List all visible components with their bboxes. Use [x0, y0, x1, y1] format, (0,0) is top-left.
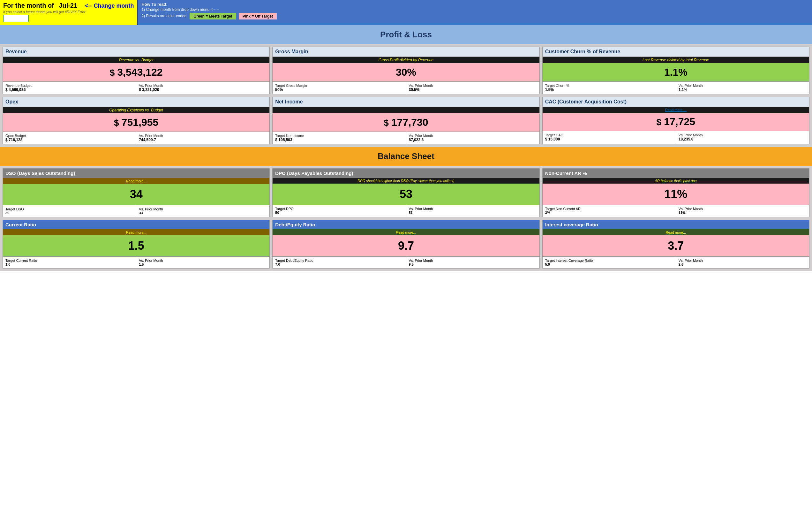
interest-coverage-target-cell: Target Interest Coverage Ratio 5.0 — [543, 257, 676, 268]
customer-churn-title: Customer Churn % of Revenue — [543, 47, 809, 57]
dpo-vs-prior-label: Vs. Prior Month — [409, 207, 537, 211]
non-current-ar-target-cell: Target Non Current AR 3% — [543, 205, 676, 217]
profit-loss-grid: Revenue Revenue vs. Budget $ 3,543,122 R… — [0, 44, 812, 147]
gross-margin-vs-prior-cell: Vs. Prior Month 30.5% — [406, 82, 540, 94]
revenue-subtitle: Revenue vs. Budget — [3, 57, 269, 63]
net-income-value: $ 177,730 — [272, 113, 539, 131]
churn-target-label: Target Churn % — [545, 83, 673, 88]
revenue-budget-label: Revenue Budget — [5, 83, 133, 88]
interest-coverage-read-more-link[interactable]: Read more... — [666, 230, 686, 234]
current-ratio-vs-prior-label: Vs. Prior Month — [139, 259, 267, 263]
debt-equity-target-label: Target Debt/Equity Ratio — [275, 259, 403, 263]
gross-margin-title: Gross Margin — [272, 47, 539, 57]
cac-title: CAC (Customer Acquisition Cost) — [543, 97, 809, 107]
interest-coverage-value: 3.7 — [543, 235, 809, 257]
cac-amount: 17,725 — [664, 116, 695, 128]
header-right: How To read: 1) Change month from drop d… — [138, 0, 812, 25]
interest-coverage-vs-prior-cell: Vs. Prior Month 2.6 — [676, 257, 809, 268]
net-income-dollar-sign: $ — [384, 118, 389, 128]
current-ratio-value: 1.5 — [3, 235, 269, 257]
current-ratio-target-cell: Target Current Ratio 1.0 — [3, 257, 136, 268]
dpo-target-label: Target DPO — [275, 207, 403, 211]
revenue-amount: 3,543,122 — [117, 66, 163, 78]
interest-coverage-target-value: 5.0 — [545, 263, 673, 266]
non-current-ar-value: 11% — [543, 183, 809, 205]
revenue-budget-cell: Revenue Budget $ 4,599,936 — [3, 82, 136, 94]
net-income-spacer — [272, 107, 539, 113]
opex-title: Opex — [3, 97, 269, 107]
debt-equity-read-more-link[interactable]: Read more... — [396, 230, 416, 234]
opex-budget-cell: Opex Budget $ 716,128 — [3, 132, 136, 144]
header-left: For the month of Jul-21 <-- Change month… — [0, 0, 138, 25]
cac-value: $ 17,725 — [543, 113, 809, 131]
dso-vs-prior-label: Vs. Prior Month — [139, 207, 267, 211]
cac-vs-prior-value: 18,235.8 — [679, 137, 807, 142]
gross-margin-subtitle: Gross Profit divided by Revenue — [272, 57, 539, 63]
net-income-target-label: Target Net Income — [275, 134, 403, 137]
gross-margin-target-label: Target Gross Margin — [275, 83, 403, 88]
net-income-card: Net Income $ 177,730 Target Net Income $… — [272, 97, 540, 144]
current-ratio-read-more-bar[interactable]: Read more... — [3, 229, 269, 235]
churn-target-cell: Target Churn % 1.5% — [543, 82, 676, 94]
non-current-ar-card: Non-Current AR % AR balance that's past … — [542, 168, 809, 217]
how-to-title: How To read: — [141, 2, 808, 7]
customer-churn-subtitle: Lost Revenue divided by total Revenue — [543, 57, 809, 63]
dpo-target-cell: Target DPO 50 — [272, 205, 406, 217]
balance-sheet-header: Balance Sheet — [0, 147, 812, 166]
interest-coverage-read-more-bar[interactable]: Read more... — [543, 229, 809, 235]
revenue-vs-prior-label: Vs. Prior Month — [139, 83, 267, 88]
interest-coverage-vs-prior-value: 2.6 — [679, 263, 807, 266]
dso-footer: Target DSO 35 Vs. Prior Month 33 — [3, 205, 269, 217]
interest-coverage-target-label: Target Interest Coverage Ratio — [545, 259, 673, 263]
opex-budget-label: Opex Budget — [5, 134, 133, 137]
cac-read-more[interactable]: Read more.... — [543, 107, 809, 113]
debt-equity-read-more-bar[interactable]: Read more... — [272, 229, 539, 235]
month-input[interactable] — [3, 15, 29, 22]
debt-equity-vs-prior-label: Vs. Prior Month — [409, 259, 537, 263]
non-current-ar-target-value: 3% — [545, 211, 673, 215]
opex-vs-prior-cell: Vs. Prior Month 744,509.7 — [136, 132, 269, 144]
customer-churn-value: 1.1% — [543, 63, 809, 81]
revenue-vs-prior-value: $ 3,221,020 — [139, 88, 267, 92]
dpo-value: 53 — [272, 183, 539, 205]
header-month: Jul-21 — [59, 2, 77, 9]
gross-margin-vs-prior-value: 30.5% — [409, 88, 537, 92]
change-month-label[interactable]: <-- Change month — [85, 3, 134, 9]
balance-sheet-grid: DSO (Days Sales Outstanding) Read more..… — [0, 166, 812, 271]
non-current-ar-vs-prior-label: Vs. Prior Month — [679, 207, 807, 211]
interest-coverage-title: Interest coverage Ratio — [543, 220, 809, 229]
cac-read-more-link[interactable]: Read more.... — [665, 108, 687, 112]
current-ratio-vs-prior-value: 1.5 — [139, 263, 267, 266]
net-income-title: Net Income — [272, 97, 539, 107]
gross-margin-card: Gross Margin Gross Profit divided by Rev… — [272, 47, 540, 94]
current-ratio-title: Current Ratio — [3, 220, 269, 229]
gross-margin-value: 30% — [272, 63, 539, 81]
debt-equity-card: Debt/Equity Ratio Read more... 9.7 Targe… — [272, 220, 540, 269]
current-ratio-read-more-link[interactable]: Read more... — [126, 230, 146, 234]
opex-value: $ 751,955 — [3, 113, 269, 131]
current-ratio-footer: Target Current Ratio 1.0 Vs. Prior Month… — [3, 257, 269, 268]
dso-read-more-bar[interactable]: Read more... — [3, 178, 269, 184]
dso-vs-prior-cell: Vs. Prior Month 33 — [136, 205, 269, 217]
non-current-ar-footer: Target Non Current AR 3% Vs. Prior Month… — [543, 205, 809, 217]
dso-vs-prior-value: 33 — [139, 211, 267, 215]
debt-equity-footer: Target Debt/Equity Ratio 7.0 Vs. Prior M… — [272, 257, 539, 268]
how-to-codes: 2) Results are color-coded Green = Meets… — [141, 13, 808, 19]
debt-equity-title: Debt/Equity Ratio — [272, 220, 539, 229]
revenue-budget-value: $ 4,599,936 — [5, 88, 133, 92]
customer-churn-footer: Target Churn % 1.5% Vs. Prior Month 1.1% — [543, 81, 809, 94]
profit-loss-header: Profit & Loss — [0, 25, 812, 44]
dpo-title: DPO (Days Payables Outstanding) — [272, 169, 539, 178]
revenue-card: Revenue Revenue vs. Budget $ 3,543,122 R… — [3, 47, 270, 94]
net-income-target-cell: Target Net Income $ 195,503 — [272, 132, 406, 144]
pink-label: Pink = Off Target — [239, 13, 277, 19]
cac-target-cell: Target CAC $ 15,000 — [543, 131, 676, 144]
dpo-target-value: 50 — [275, 211, 403, 215]
debt-equity-vs-prior-value: 9.5 — [409, 263, 537, 266]
header: For the month of Jul-21 <-- Change month… — [0, 0, 812, 25]
opex-budget-value: $ 716,128 — [5, 137, 133, 142]
churn-vs-prior-cell: Vs. Prior Month 1.1% — [676, 82, 809, 94]
revenue-value: $ 3,543,122 — [3, 63, 269, 81]
non-current-ar-vs-prior-value: 11% — [679, 211, 807, 215]
dso-read-more-link[interactable]: Read more... — [126, 179, 146, 183]
